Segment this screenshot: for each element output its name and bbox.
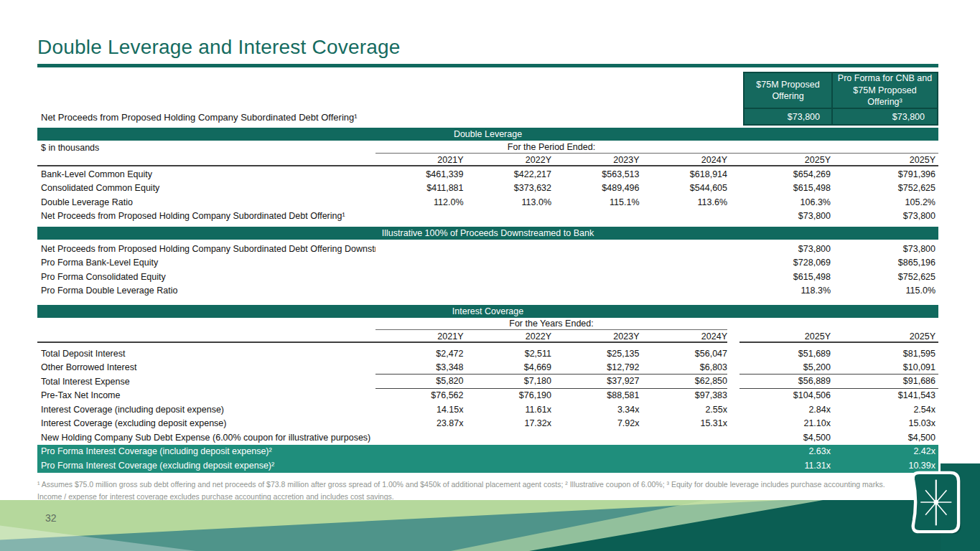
value-cell: 2024Y (640, 331, 728, 342)
row-label: Bank-Level Common Equity (37, 169, 375, 179)
value-cell: 2021Y (375, 155, 464, 165)
company-logo (893, 465, 963, 540)
historical-columns: $411,881$373,632$489,496$544,605 (375, 182, 727, 196)
value-cell: 11.31x (739, 461, 836, 471)
historical-columns (375, 270, 727, 284)
row-label: Total Deposit Interest (37, 349, 375, 359)
table-row: Bank-Level Common Equity$461,339$422,217… (37, 167, 938, 182)
row-label: Net Proceeds from Proposed Holding Compa… (37, 211, 375, 221)
historical-columns (375, 242, 727, 256)
row-label: Interest Coverage (including deposit exp… (37, 405, 375, 415)
row-label: Double Leverage Ratio (37, 197, 375, 207)
value-cell: $6,803 (640, 362, 728, 372)
value-cell: $5,820 (375, 376, 464, 386)
proforma-columns: $104,506$141,543 (739, 389, 938, 403)
value-cell: $544,605 (640, 183, 728, 193)
value-cell: 2021Y (375, 331, 464, 342)
bottom-decoration (0, 500, 980, 551)
proforma-columns: 2.63x2.42x (739, 445, 938, 459)
period-label: For the Years Ended: (375, 319, 727, 329)
value-cell: $615,498 (739, 272, 836, 282)
value-cell: $2,511 (464, 349, 552, 359)
proforma-columns: 106.3%105.2% (739, 195, 938, 209)
value-cell: $12,792 (551, 362, 640, 372)
row-label: Net Proceeds from Proposed Holding Compa… (37, 244, 375, 254)
section-band-double-leverage: Double Leverage (37, 128, 938, 141)
historical-columns: $3,348$4,669$12,792$6,803 (375, 361, 727, 375)
offering-header-box-proposed: $75M Proposed Offering (743, 72, 833, 109)
table-row: Net Proceeds from Proposed Holding Compa… (37, 209, 938, 224)
value-cell: 7.92x (551, 418, 640, 428)
row-label: Pre-Tax Net Income (37, 390, 375, 400)
value-cell: 2.55x (640, 405, 728, 415)
proforma-columns: 21.10x15.03x (739, 417, 938, 431)
table-row: Pro Forma Double Leverage Ratio118.3%115… (37, 284, 938, 298)
period-header-row: $ in thousands For the Period Ended: (37, 141, 938, 154)
value-cell: 2.42x (836, 446, 938, 456)
value-cell: $141,543 (836, 390, 938, 400)
table-row: Interest Coverage (excluding deposit exp… (37, 417, 938, 431)
value-cell: $37,927 (551, 376, 640, 386)
period-zone: For the Period Ended: (375, 141, 938, 154)
row-label: Total Interest Expense (37, 377, 375, 387)
proforma-columns: $615,498$752,625 (739, 270, 938, 284)
row-label: Pro Forma Consolidated Equity (37, 272, 375, 282)
value-cell: 2.84x (739, 405, 836, 415)
years-header-row: 2021Y2022Y2023Y2024Y2025Y2025Y (37, 330, 938, 343)
value-cell: 2.63x (739, 446, 836, 456)
proforma-columns: $728,069$865,196 (739, 256, 938, 270)
section-band-interest-coverage: Interest Coverage (37, 305, 938, 318)
offering-value-proposed: $73,800 (743, 108, 833, 126)
value-cell: $618,914 (640, 169, 728, 179)
historical-columns: 23.87x17.32x7.92x15.31x (375, 417, 727, 431)
historical-columns (375, 430, 727, 445)
proforma-columns: $56,889$91,686 (739, 375, 938, 389)
value-cell: 112.0% (375, 197, 464, 207)
title-divider (37, 64, 938, 67)
value-cell: 106.3% (739, 197, 836, 207)
downstreamed-table: Net Proceeds from Proposed Holding Compa… (37, 242, 938, 298)
historical-columns (375, 209, 727, 224)
years-underline-proforma (739, 342, 938, 343)
historical-columns: $5,820$7,180$37,927$62,850 (375, 375, 727, 389)
value-cell: 2024Y (640, 155, 728, 165)
double-leverage-table: Bank-Level Common Equity$461,339$422,217… (37, 167, 938, 223)
value-cell: $5,200 (739, 362, 836, 372)
page-number: 32 (45, 512, 57, 524)
value-cell: $88,581 (551, 390, 640, 400)
proforma-columns: $73,800$73,800 (739, 209, 938, 224)
offering-header-box-proforma: Pro Forma for CNB and $75M Proposed Offe… (831, 72, 938, 109)
value-cell: $865,196 (836, 258, 938, 268)
value-cell: $4,669 (464, 362, 552, 372)
value-cell: 15.31x (640, 418, 728, 428)
value-cell: $73,800 (739, 244, 836, 254)
value-cell: $91,686 (836, 376, 938, 386)
value-cell: 3.34x (551, 405, 640, 415)
historical-columns: $461,339$422,217$563,513$618,914 (375, 167, 727, 182)
units-label: $ in thousands (37, 143, 375, 153)
value-cell: $373,632 (464, 183, 552, 193)
table-row: Pro Forma Consolidated Equity$615,498$75… (37, 270, 938, 284)
value-cell: 2025Y (836, 155, 938, 165)
value-cell: 15.03x (836, 418, 938, 428)
proforma-columns: $5,200$10,091 (739, 361, 938, 375)
value-cell: $411,881 (375, 183, 464, 193)
row-label: Pro Forma Interest Coverage (excluding d… (37, 461, 375, 471)
section-band-downstreamed: Illustrative 100% of Proceeds Downstream… (37, 227, 938, 240)
proforma-columns: $4,500$4,500 (739, 430, 938, 445)
value-cell: $2,472 (375, 349, 464, 359)
period-label: For the Period Ended: (375, 142, 727, 152)
proforma-columns: 118.3%115.0% (739, 284, 938, 298)
proforma-columns: $51,689$81,595 (739, 347, 938, 361)
value-cell: $7,180 (464, 376, 552, 386)
table-row: Total Interest Expense$5,820$7,180$37,92… (37, 375, 938, 389)
value-cell: $51,689 (739, 349, 836, 359)
value-cell: $56,889 (739, 376, 836, 386)
value-cell: $81,595 (836, 349, 938, 359)
table-row: Pre-Tax Net Income$76,562$76,190$88,581$… (37, 389, 938, 403)
table-row: Pro Forma Bank-Level Equity$728,069$865,… (37, 256, 938, 270)
historical-columns: 112.0%113.0%115.1%113.6% (375, 195, 727, 209)
proforma-columns: $615,498$752,625 (739, 182, 938, 196)
value-cell: $4,500 (739, 433, 836, 443)
value-cell: 2025Y (739, 331, 836, 342)
